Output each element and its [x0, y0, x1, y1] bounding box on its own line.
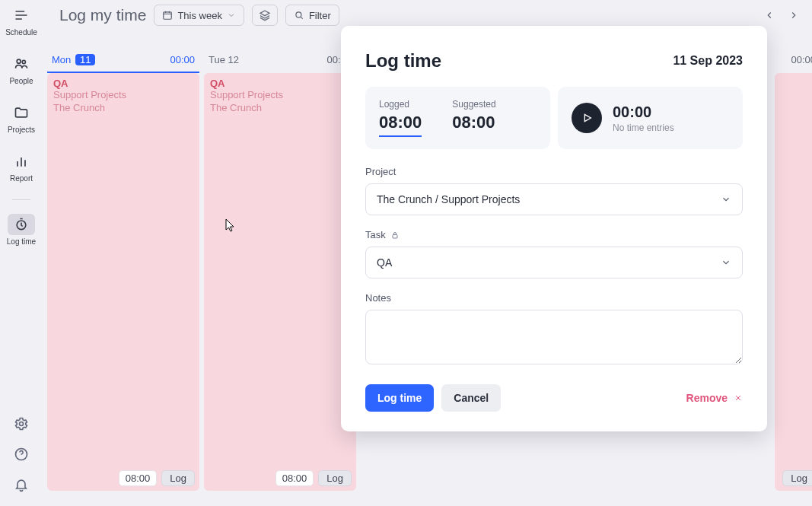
- day-header[interactable]: Tue 12 00:00: [204, 47, 356, 72]
- project-value: The Crunch / Support Projects: [377, 193, 520, 205]
- block-client: The Crunch: [210, 102, 350, 115]
- divider: [12, 199, 30, 200]
- calendar-icon: [162, 10, 173, 21]
- nav-people[interactable]: People: [3, 53, 40, 85]
- timeline-icon: [14, 8, 29, 23]
- log-time-modal: Log time 11 Sep 2023 Logged 08:00 Sugges…: [341, 26, 767, 431]
- bell-icon[interactable]: [14, 477, 29, 492]
- folder-icon: [14, 105, 29, 120]
- filter-button[interactable]: Filter: [285, 5, 339, 26]
- nav-projects[interactable]: Projects: [3, 102, 40, 134]
- time-block[interactable]: QA Support Projects The Crunch 08:00 Log: [47, 73, 199, 491]
- layers-button[interactable]: [252, 5, 278, 26]
- day-hours: 00:00: [170, 54, 195, 65]
- notes-input[interactable]: [365, 310, 743, 364]
- nav-label: Schedule: [5, 28, 37, 37]
- day-header[interactable]: 00:00: [775, 47, 812, 72]
- block-task: QA: [53, 78, 193, 89]
- modal-title: Log time: [365, 50, 441, 72]
- timer-icon: [14, 217, 29, 232]
- summary-card: Logged 08:00 Suggested 08:00: [365, 87, 550, 149]
- chevron-down-icon: [721, 257, 731, 268]
- svg-point-1: [22, 60, 25, 63]
- filter-label: Filter: [309, 10, 331, 21]
- nav-schedule[interactable]: Schedule: [3, 5, 40, 37]
- block-project: Support Projects: [53, 89, 193, 102]
- time-block[interactable]: Log: [775, 73, 812, 491]
- block-project: Support Projects: [210, 89, 350, 102]
- logged-value[interactable]: 08:00: [379, 113, 422, 137]
- nav-label: Projects: [8, 126, 35, 134]
- nav-report[interactable]: Report: [3, 151, 40, 183]
- block-log-button[interactable]: Log: [782, 470, 812, 486]
- svg-point-3: [20, 422, 24, 426]
- task-label: Task: [365, 229, 386, 240]
- task-value: QA: [377, 256, 392, 269]
- help-icon[interactable]: [14, 447, 29, 462]
- settings-icon[interactable]: [14, 416, 29, 431]
- chart-bar-icon: [14, 154, 29, 169]
- nav-log-time[interactable]: Log time: [3, 214, 40, 246]
- project-select[interactable]: The Crunch / Support Projects: [365, 183, 743, 215]
- svg-point-0: [17, 59, 21, 63]
- remove-button[interactable]: Remove: [686, 392, 743, 404]
- nav-label: People: [9, 77, 33, 85]
- day-name: Mon: [52, 54, 71, 65]
- remove-label: Remove: [686, 392, 728, 404]
- block-log-button[interactable]: Log: [318, 470, 352, 486]
- svg-rect-5: [164, 12, 172, 19]
- suggested-label: Suggested: [452, 99, 495, 110]
- time-block[interactable]: QA Support Projects The Crunch 08:00 Log: [204, 73, 356, 491]
- day-column: Tue 12 00:00 QA Support Projects The Cru…: [204, 47, 356, 491]
- task-select[interactable]: QA: [365, 247, 743, 278]
- filter-icon: [294, 10, 304, 21]
- logged-label: Logged: [379, 99, 422, 110]
- chevron-down-icon: [721, 194, 731, 205]
- people-icon: [14, 56, 29, 72]
- timer-sub: No time entries: [613, 123, 674, 133]
- day-column: Mon 11 00:00 QA Support Projects The Cru…: [47, 47, 199, 491]
- chevron-down-icon: [227, 11, 236, 20]
- cancel-button[interactable]: Cancel: [441, 384, 501, 412]
- block-hours: 08:00: [275, 470, 314, 486]
- log-time-button[interactable]: Log time: [365, 384, 434, 412]
- day-header[interactable]: Mon 11 00:00: [47, 47, 199, 72]
- suggested-value: 08:00: [452, 113, 495, 132]
- svg-rect-7: [393, 234, 397, 238]
- range-label: This week: [177, 10, 222, 21]
- lock-icon: [390, 231, 400, 240]
- block-log-button[interactable]: Log: [161, 470, 195, 486]
- notes-label: Notes: [365, 292, 743, 304]
- day-column: 00:00 Log: [775, 47, 812, 491]
- day-hours: 00:00: [791, 54, 812, 65]
- nav-label: Report: [10, 174, 33, 183]
- timer-value: 00:00: [613, 103, 674, 121]
- page-title: Log my time: [59, 6, 146, 24]
- range-selector[interactable]: This week: [154, 5, 244, 26]
- prev-week-button[interactable]: [760, 6, 779, 24]
- block-client: The Crunch: [53, 102, 193, 115]
- modal-date: 11 Sep 2023: [673, 54, 743, 68]
- play-button[interactable]: [572, 103, 602, 133]
- nav-label: Log time: [7, 237, 36, 246]
- block-task: QA: [210, 78, 350, 89]
- sidebar: Schedule People Projects Report: [0, 0, 43, 506]
- svg-point-6: [296, 12, 301, 18]
- day-name: Tue: [209, 54, 225, 65]
- next-week-button[interactable]: [785, 6, 803, 24]
- block-hours: 08:00: [119, 470, 158, 486]
- day-date: 11: [75, 54, 95, 65]
- day-date: 12: [228, 54, 239, 65]
- play-icon: [581, 112, 593, 124]
- timer-card: 00:00 No time entries: [558, 87, 743, 149]
- close-icon: [734, 393, 743, 403]
- project-label: Project: [365, 166, 743, 177]
- layers-icon: [259, 9, 271, 21]
